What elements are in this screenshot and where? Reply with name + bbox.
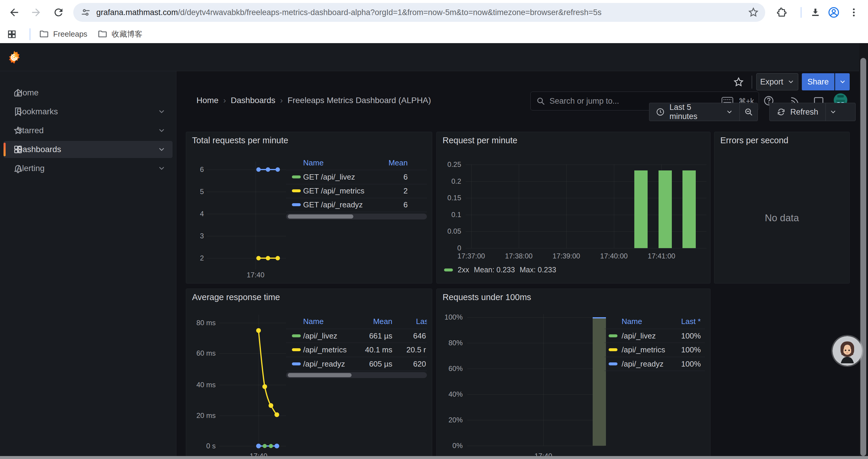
time-range-picker[interactable]: Last 5 minutes [649,103,740,121]
breadcrumb: Home › Dashboards › Freeleaps Metrics Da… [196,96,431,105]
legend-series-label[interactable]: 2xx [458,266,469,274]
search-placeholder: Search or jump to... [550,97,619,106]
refresh-interval-button[interactable] [826,103,840,121]
legend-max: Max: 0.233 [520,266,556,274]
chevron-down-icon[interactable] [158,108,165,116]
chevron-down-icon[interactable] [158,165,165,172]
gridline [614,165,614,248]
legend-swatch [444,268,453,271]
zoom-out-button[interactable] [740,103,757,121]
sidebar-item-alerting[interactable]: Alerting [4,160,173,177]
vertical-scrollbar-thumb[interactable] [860,58,866,456]
y-tick: 5 [189,187,204,196]
legend-separator [604,371,705,371]
share-button[interactable]: Share [802,73,834,90]
sidebar-item-dashboards[interactable]: Dashboards [4,141,173,158]
legend-row[interactable]: GET /api/_livez [303,172,355,182]
breadcrumb-dashboards[interactable]: Dashboards [231,96,275,105]
refresh-button[interactable]: Refresh [770,103,826,121]
browser-menu-icon[interactable] [845,4,862,21]
legend-separator [286,184,427,184]
legend-header-last[interactable]: Las [416,317,427,326]
y-tick: 0% [440,441,463,450]
legend-separator [286,170,427,170]
gridline [471,165,471,248]
legend-header-last[interactable]: Last * [644,317,701,326]
horizontal-scrollbar[interactable] [0,456,868,459]
profile-icon[interactable] [826,4,842,21]
panel-title[interactable]: Requests under 100ms [442,292,531,302]
breadcrumb-home[interactable]: Home [196,96,219,105]
panel-title[interactable]: Request per minute [442,136,517,145]
sidebar-item-home[interactable]: Home [4,84,173,101]
legend-row[interactable]: /api/_metrics [303,345,346,355]
floating-assistant-avatar[interactable] [833,336,862,366]
legend-separator [286,371,427,371]
zoom-out-icon [744,107,753,117]
legend-value: 6 [351,200,408,209]
no-data-message: No data [714,212,849,224]
legend-header-name[interactable]: Name [303,158,323,167]
reload-icon[interactable] [50,4,67,21]
legend-mean: Mean: 0.233 [474,266,515,274]
bookmark-star-icon[interactable] [747,6,759,18]
gridline [207,192,286,192]
legend-value: 661 µs [346,331,392,340]
legend-swatch [609,334,617,337]
tune-icon[interactable] [80,7,91,18]
legend-swatch [292,203,301,206]
y-tick: 2 [189,254,204,263]
legend-scrollbar-thumb[interactable] [288,373,351,377]
legend-header-name[interactable]: Name [622,317,642,326]
legend-value: 646 [393,331,426,340]
folder-icon [39,29,49,39]
refresh-label: Refresh [790,107,818,117]
search-icon [536,96,546,106]
bookmark-folder-freeleaps[interactable]: Freeleaps [39,28,88,40]
legend-value: 100% [644,345,701,355]
gridline [255,162,256,269]
panel-title[interactable]: Total requests per minute [192,136,288,145]
legend-scrollbar-thumb[interactable] [288,215,353,219]
legend-separator [604,342,705,343]
bar-2xx [634,170,648,248]
url-text[interactable]: grafana.mathmast.com/d/deytv4rwavabkb/fr… [96,8,732,17]
bookmark-folder-blogs[interactable]: 收藏博客 [97,28,143,40]
legend-row[interactable]: /api/_readyz [303,359,345,369]
sidebar-item-bookmarks[interactable]: Bookmarks [4,103,173,120]
back-icon[interactable] [6,4,23,21]
legend-header-mean[interactable]: Mean [351,158,408,167]
legend-line: 2xx Mean: 0.233 Max: 0.233 [444,266,556,274]
favorite-star-icon[interactable] [733,76,745,88]
legend-value: 100% [644,359,701,369]
y-tick: 20% [440,416,463,424]
export-button[interactable]: Export [756,73,798,90]
bookmark-label: Freeleaps [53,30,88,39]
chevron-down-icon[interactable] [158,127,165,134]
forward-icon[interactable] [28,4,44,21]
download-icon[interactable] [807,4,824,21]
legend-row[interactable]: /api/_livez [303,331,337,340]
bookmark-label: 收藏博客 [112,29,143,39]
extensions-icon[interactable] [773,4,790,21]
x-tick: 17:40:00 [600,252,627,260]
apps-grid-icon[interactable] [4,26,20,42]
browser-toolbar: grafana.mathmast.com/d/deytv4rwavabkb/fr… [0,0,868,25]
bookmarks-divider [30,28,30,40]
legend-header-mean[interactable]: Mean [346,317,392,326]
gridline [543,314,544,446]
bar-2xx [682,170,696,248]
grafana-header: Grafana Home › Dashboards › Freeleaps Me… [0,43,868,71]
legend-separator [286,342,427,343]
grafana-logo[interactable] [7,50,21,64]
legend-value: 2 [351,186,408,196]
legend-separator [604,329,705,329]
sidebar-item-starred[interactable]: Starred [4,122,173,139]
share-menu-button[interactable] [835,73,850,90]
legend-header-name[interactable]: Name [303,317,323,326]
chevron-down-icon[interactable] [158,145,165,153]
url-bar[interactable]: grafana.mathmast.com/d/deytv4rwavabkb/fr… [73,3,765,22]
y-tick: 0.05 [440,227,461,236]
panel-title[interactable]: Errors per second [720,136,788,145]
legend-value: 620 [393,359,426,369]
